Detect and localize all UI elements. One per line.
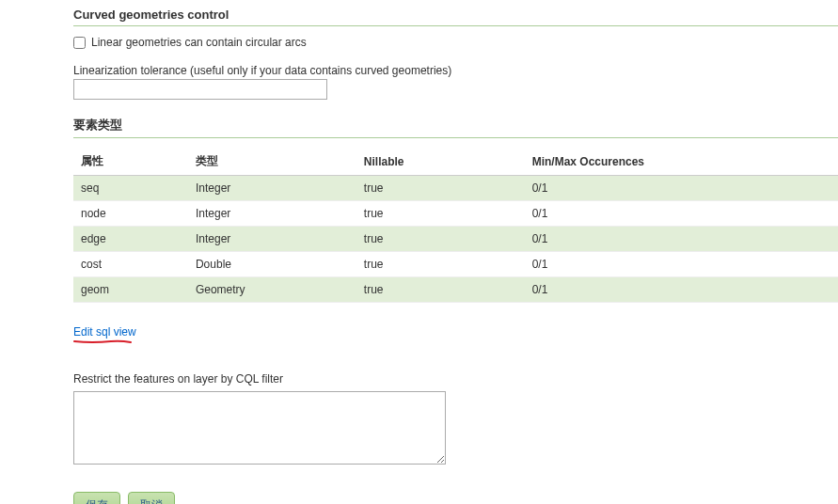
cell-type: Integer — [188, 176, 356, 201]
cell-minmax: 0/1 — [525, 176, 838, 201]
save-button[interactable]: 保存 — [73, 492, 120, 504]
cell-type: Integer — [188, 227, 356, 252]
annotation-underline-icon — [73, 339, 132, 342]
table-row: geom Geometry true 0/1 — [73, 277, 838, 303]
cell-minmax: 0/1 — [525, 277, 838, 303]
cell-nillable: true — [356, 227, 525, 252]
table-row: node Integer true 0/1 — [73, 201, 838, 227]
circular-arcs-row: Linear geometries can contain circular a… — [73, 26, 838, 56]
feature-type-table: 属性 类型 Nillable Min/Max Occurences seq In… — [73, 148, 838, 303]
button-row: 保存 取消 — [73, 467, 838, 504]
header-minmax: Min/Max Occurences — [525, 148, 838, 176]
cancel-button[interactable]: 取消 — [128, 492, 175, 504]
table-row: seq Integer true 0/1 — [73, 176, 838, 201]
cell-nillable: true — [356, 252, 525, 277]
feature-type-title: 要素类型 — [73, 100, 838, 138]
linearization-label: Linearization tolerance (useful only if … — [73, 56, 838, 79]
header-attribute: 属性 — [73, 148, 188, 176]
cell-minmax: 0/1 — [525, 201, 838, 227]
edit-sql-link[interactable]: Edit sql view — [73, 325, 136, 339]
header-nillable: Nillable — [356, 148, 525, 176]
header-type: 类型 — [188, 148, 356, 176]
cell-attr: edge — [73, 227, 188, 252]
cell-nillable: true — [356, 201, 525, 227]
edit-sql-row: Edit sql view — [73, 303, 838, 339]
curved-geometries-title: Curved geometries control — [73, 0, 838, 26]
cql-filter-textarea[interactable] — [73, 391, 446, 465]
cell-type: Integer — [188, 201, 356, 227]
circular-arcs-checkbox[interactable] — [73, 37, 86, 49]
cql-filter-label: Restrict the features on layer by CQL fi… — [73, 339, 838, 391]
circular-arcs-label: Linear geometries can contain circular a… — [91, 36, 307, 49]
cell-attr: node — [73, 201, 188, 227]
cell-attr: seq — [73, 176, 188, 201]
linearization-input[interactable] — [73, 79, 327, 100]
cell-type: Geometry — [188, 277, 356, 303]
cell-minmax: 0/1 — [525, 227, 838, 252]
cell-type: Double — [188, 252, 356, 277]
cell-nillable: true — [356, 277, 525, 303]
table-row: cost Double true 0/1 — [73, 252, 838, 277]
cell-attr: cost — [73, 252, 188, 277]
cell-nillable: true — [356, 176, 525, 201]
table-row: edge Integer true 0/1 — [73, 227, 838, 252]
cell-minmax: 0/1 — [525, 252, 838, 277]
cell-attr: geom — [73, 277, 188, 303]
